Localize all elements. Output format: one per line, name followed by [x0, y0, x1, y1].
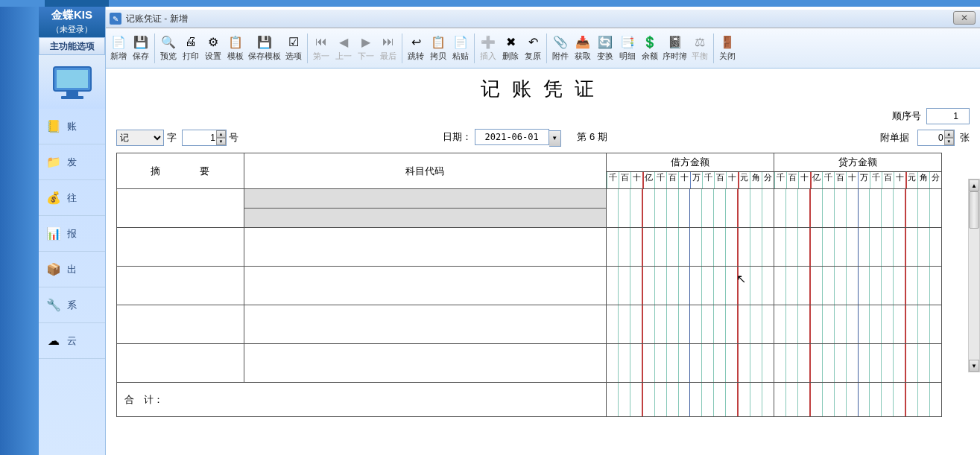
- table-row[interactable]: [117, 228, 942, 267]
- summary-cell[interactable]: [117, 305, 244, 344]
- main-function-tab[interactable]: 主功能选项: [39, 37, 105, 55]
- side-label: 出: [67, 263, 77, 276]
- tb-preview-button[interactable]: 🔍预览: [157, 30, 180, 67]
- sidebar-item-5[interactable]: 🔧系: [39, 287, 105, 323]
- tb-label: 上一: [335, 51, 352, 62]
- credit-cell[interactable]: [774, 344, 941, 383]
- tb-journal-button[interactable]: 📓序时簿: [661, 30, 689, 67]
- account-cell[interactable]: [244, 267, 606, 305]
- digit-header: 分: [762, 172, 774, 188]
- debit-cell[interactable]: [606, 267, 774, 305]
- credit-cell[interactable]: [774, 189, 941, 228]
- spin-up-icon[interactable]: ▲: [944, 130, 954, 138]
- tb-detail-button[interactable]: 📑明细: [616, 30, 639, 67]
- tb-restore-button[interactable]: ↶复原: [522, 30, 544, 67]
- balance-icon: 💲: [642, 34, 657, 49]
- digit-header: 千: [870, 172, 882, 188]
- side-icon-4: 📦: [45, 261, 63, 279]
- separator: [713, 34, 714, 63]
- num-suffix: 号: [229, 131, 238, 144]
- spin-up-icon[interactable]: ▲: [216, 130, 226, 138]
- attach-spinner[interactable]: ▲ ▼: [944, 130, 954, 145]
- summary-cell[interactable]: [117, 189, 244, 228]
- num-spinner[interactable]: ▲ ▼: [216, 130, 226, 145]
- account-cell[interactable]: [244, 228, 606, 267]
- tb-insert-button: ➕插入: [477, 30, 499, 67]
- account-cell[interactable]: [244, 344, 606, 383]
- table-row[interactable]: [117, 189, 942, 209]
- sidebar-item-1[interactable]: 📁发: [39, 144, 105, 180]
- tb-balance-button[interactable]: 💲余额: [639, 30, 661, 67]
- summary-cell[interactable]: [117, 267, 244, 305]
- credit-cell[interactable]: [774, 305, 941, 344]
- attach-suffix: 张: [960, 132, 970, 143]
- table-row[interactable]: [117, 267, 942, 305]
- side-icon-0: 📒: [45, 118, 63, 136]
- summary-cell[interactable]: [117, 228, 244, 267]
- voucher-type-select[interactable]: 记: [116, 130, 164, 146]
- tb-options-button[interactable]: ☑选项: [282, 30, 305, 67]
- scrollbar[interactable]: ▲ ▼: [968, 179, 980, 372]
- debit-cell[interactable]: [606, 228, 774, 267]
- credit-cell[interactable]: [774, 228, 941, 267]
- sidebar-item-6[interactable]: ☁云: [39, 323, 105, 359]
- digit-header: 百: [786, 172, 798, 188]
- tb-delete-button[interactable]: ✖删除: [499, 30, 522, 67]
- tb-transform-button[interactable]: 🔄变换: [594, 30, 616, 67]
- doc-title: 记账凭证: [116, 76, 970, 102]
- sidebar-item-2[interactable]: 💰往: [39, 180, 105, 216]
- side-icon-6: ☁: [45, 332, 63, 350]
- spin-down-icon[interactable]: ▼: [944, 138, 954, 145]
- period-num: 6: [589, 131, 595, 142]
- tb-new-button[interactable]: 📄新增: [107, 30, 130, 67]
- table-row[interactable]: [117, 344, 942, 383]
- tb-attach-button[interactable]: 📎附件: [549, 30, 572, 67]
- summary-cell[interactable]: [117, 344, 244, 383]
- debit-cell[interactable]: [606, 344, 774, 383]
- tb-copy-button[interactable]: 📋拷贝: [427, 30, 449, 67]
- table-row[interactable]: [117, 305, 942, 344]
- tb-print-button[interactable]: 🖨打印: [180, 30, 202, 67]
- th-summary: 摘 要: [117, 153, 244, 189]
- tb-settings-button[interactable]: ⚙设置: [202, 30, 224, 67]
- tb-savetpl-button[interactable]: 💾保存模板: [247, 30, 282, 67]
- scroll-thumb[interactable]: [969, 191, 979, 229]
- digit-header: 千: [607, 172, 619, 188]
- debit-cell[interactable]: [606, 305, 774, 344]
- seq-input[interactable]: [926, 108, 970, 124]
- credit-digits-header: 千百十亿千百十万千百十元角分: [774, 172, 941, 189]
- sidebar-item-0[interactable]: 📒账: [39, 109, 105, 144]
- scroll-up-icon[interactable]: ▲: [969, 179, 979, 191]
- debit-cell[interactable]: [606, 189, 774, 228]
- spin-down-icon[interactable]: ▼: [216, 138, 226, 145]
- date-dropdown-icon[interactable]: ▼: [549, 130, 561, 147]
- digit-header: 角: [750, 172, 762, 188]
- date-input[interactable]: [475, 129, 549, 145]
- credit-cell[interactable]: [774, 267, 941, 305]
- digit-header: 十: [798, 172, 810, 188]
- total-debit: [606, 383, 774, 417]
- last-icon: ⏭: [381, 34, 396, 49]
- account-cell[interactable]: [244, 305, 606, 344]
- close-button[interactable]: ✕: [953, 11, 976, 25]
- tb-paste-button[interactable]: 📄粘贴: [449, 30, 472, 67]
- sidebar-item-3[interactable]: 📊报: [39, 216, 105, 252]
- account-cell[interactable]: [244, 189, 606, 209]
- tb-close-button[interactable]: 🚪关闭: [716, 30, 739, 67]
- tb-balance2-button: ⚖平衡: [689, 30, 711, 67]
- tb-template-button[interactable]: 📋模板: [224, 30, 247, 67]
- tb-save-button[interactable]: 💾保存: [130, 30, 152, 67]
- side-label: 系: [67, 299, 77, 312]
- tb-goto-button[interactable]: ↩跳转: [405, 30, 427, 67]
- scroll-down-icon[interactable]: ▼: [969, 360, 979, 372]
- digit-header: 万: [690, 172, 702, 188]
- tb-label: 第一: [313, 51, 329, 62]
- tb-first-button: ⏮第一: [310, 30, 332, 67]
- monitor-image: [39, 55, 105, 109]
- new-icon: 📄: [111, 34, 126, 49]
- account-cell[interactable]: [244, 209, 606, 228]
- tb-fetch-button[interactable]: 📥获取: [572, 30, 594, 67]
- sidebar-item-4[interactable]: 📦出: [39, 252, 105, 287]
- tb-label: 设置: [205, 51, 221, 62]
- tb-label: 拷贝: [430, 51, 446, 62]
